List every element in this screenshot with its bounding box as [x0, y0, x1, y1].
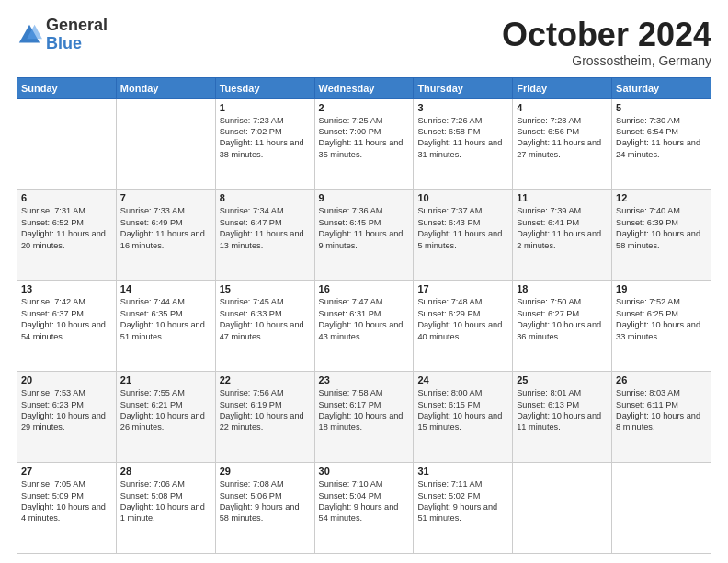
month-title: October 2024: [502, 17, 711, 53]
calendar-cell: 8Sunrise: 7:34 AMSunset: 6:47 PMDaylight…: [215, 190, 314, 281]
day-number: 5: [616, 102, 707, 113]
logo-icon: [17, 22, 42, 48]
calendar-cell: [116, 98, 215, 190]
day-info: Sunrise: 7:47 AMSunset: 6:31 PMDaylight:…: [319, 296, 410, 342]
calendar-week-1: 1Sunrise: 7:23 AMSunset: 7:02 PMDaylight…: [17, 98, 711, 190]
day-number: 18: [517, 283, 608, 294]
day-info: Sunrise: 8:00 AMSunset: 6:15 PMDaylight:…: [417, 387, 508, 433]
day-number: 2: [319, 102, 410, 113]
day-number: 16: [319, 283, 410, 294]
calendar-cell: 1Sunrise: 7:23 AMSunset: 7:02 PMDaylight…: [215, 98, 314, 190]
header-day-friday: Friday: [513, 77, 612, 98]
day-info: Sunrise: 7:44 AMSunset: 6:35 PMDaylight:…: [120, 296, 211, 342]
calendar-cell: 6Sunrise: 7:31 AMSunset: 6:52 PMDaylight…: [17, 190, 117, 281]
day-info: Sunrise: 7:39 AMSunset: 6:41 PMDaylight:…: [517, 205, 608, 251]
day-info: Sunrise: 7:52 AMSunset: 6:25 PMDaylight:…: [616, 296, 707, 342]
calendar-cell: 5Sunrise: 7:30 AMSunset: 6:54 PMDaylight…: [612, 98, 711, 190]
day-number: 14: [120, 283, 211, 294]
day-number: 8: [220, 192, 311, 203]
day-number: 9: [319, 192, 410, 203]
calendar-body: 1Sunrise: 7:23 AMSunset: 7:02 PMDaylight…: [17, 98, 711, 553]
header-row: SundayMondayTuesdayWednesdayThursdayFrid…: [17, 77, 711, 98]
day-info: Sunrise: 8:03 AMSunset: 6:11 PMDaylight:…: [616, 387, 707, 433]
subtitle: Grossostheim, Germany: [502, 53, 711, 68]
day-info: Sunrise: 7:06 AMSunset: 5:08 PMDaylight:…: [120, 478, 211, 524]
day-number: 1: [220, 102, 311, 113]
header-day-thursday: Thursday: [414, 77, 513, 98]
header: General Blue October 2024 Grossostheim, …: [17, 17, 711, 68]
day-number: 29: [220, 465, 311, 477]
calendar-week-3: 13Sunrise: 7:42 AMSunset: 6:37 PMDayligh…: [17, 281, 711, 372]
day-number: 19: [616, 283, 707, 294]
calendar-header: SundayMondayTuesdayWednesdayThursdayFrid…: [17, 77, 711, 98]
calendar-cell: 24Sunrise: 8:00 AMSunset: 6:15 PMDayligh…: [414, 372, 513, 463]
calendar-cell: 10Sunrise: 7:37 AMSunset: 6:43 PMDayligh…: [414, 190, 513, 281]
header-day-monday: Monday: [116, 77, 215, 98]
calendar-cell: 14Sunrise: 7:44 AMSunset: 6:35 PMDayligh…: [116, 281, 215, 372]
day-number: 17: [417, 283, 508, 294]
day-number: 25: [517, 374, 608, 385]
calendar-cell: 21Sunrise: 7:55 AMSunset: 6:21 PMDayligh…: [116, 372, 215, 463]
day-number: 23: [319, 374, 410, 385]
calendar-week-2: 6Sunrise: 7:31 AMSunset: 6:52 PMDaylight…: [17, 190, 711, 281]
calendar-cell: 20Sunrise: 7:53 AMSunset: 6:23 PMDayligh…: [17, 372, 117, 463]
day-info: Sunrise: 7:34 AMSunset: 6:47 PMDaylight:…: [220, 205, 311, 251]
day-number: 6: [21, 192, 112, 203]
day-number: 31: [417, 465, 508, 477]
day-number: 26: [616, 374, 707, 385]
logo: General Blue: [17, 17, 108, 53]
calendar-cell: [612, 463, 711, 554]
logo-general-text: General: [46, 17, 108, 35]
day-number: 20: [21, 374, 112, 385]
day-number: 12: [616, 192, 707, 203]
day-number: 10: [417, 192, 508, 203]
day-info: Sunrise: 7:48 AMSunset: 6:29 PMDaylight:…: [417, 296, 508, 342]
day-info: Sunrise: 7:10 AMSunset: 5:04 PMDaylight:…: [319, 478, 410, 524]
calendar-cell: 29Sunrise: 7:08 AMSunset: 5:06 PMDayligh…: [215, 463, 314, 554]
calendar-cell: 28Sunrise: 7:06 AMSunset: 5:08 PMDayligh…: [116, 463, 215, 554]
calendar-week-5: 27Sunrise: 7:05 AMSunset: 5:09 PMDayligh…: [17, 463, 711, 554]
day-number: 13: [21, 283, 112, 294]
header-day-saturday: Saturday: [612, 77, 711, 98]
header-day-tuesday: Tuesday: [215, 77, 314, 98]
day-info: Sunrise: 7:08 AMSunset: 5:06 PMDaylight:…: [220, 478, 311, 524]
day-info: Sunrise: 8:01 AMSunset: 6:13 PMDaylight:…: [517, 387, 608, 433]
day-number: 28: [120, 465, 211, 477]
day-number: 4: [517, 102, 608, 113]
calendar-cell: 11Sunrise: 7:39 AMSunset: 6:41 PMDayligh…: [513, 190, 612, 281]
calendar-cell: 31Sunrise: 7:11 AMSunset: 5:02 PMDayligh…: [414, 463, 513, 554]
calendar-cell: 17Sunrise: 7:48 AMSunset: 6:29 PMDayligh…: [414, 281, 513, 372]
day-info: Sunrise: 7:45 AMSunset: 6:33 PMDaylight:…: [220, 296, 311, 342]
day-info: Sunrise: 7:33 AMSunset: 6:49 PMDaylight:…: [120, 205, 211, 251]
calendar-cell: 16Sunrise: 7:47 AMSunset: 6:31 PMDayligh…: [314, 281, 414, 372]
calendar-cell: 27Sunrise: 7:05 AMSunset: 5:09 PMDayligh…: [17, 463, 117, 554]
calendar-cell: [17, 98, 117, 190]
calendar-cell: 30Sunrise: 7:10 AMSunset: 5:04 PMDayligh…: [314, 463, 414, 554]
calendar-cell: 26Sunrise: 8:03 AMSunset: 6:11 PMDayligh…: [612, 372, 711, 463]
day-number: 27: [21, 465, 112, 477]
calendar-cell: [513, 463, 612, 554]
day-info: Sunrise: 7:28 AMSunset: 6:56 PMDaylight:…: [517, 115, 608, 161]
calendar-cell: 2Sunrise: 7:25 AMSunset: 7:00 PMDaylight…: [314, 98, 414, 190]
day-number: 11: [517, 192, 608, 203]
day-info: Sunrise: 7:37 AMSunset: 6:43 PMDaylight:…: [417, 205, 508, 251]
day-info: Sunrise: 7:31 AMSunset: 6:52 PMDaylight:…: [21, 205, 112, 251]
calendar-cell: 18Sunrise: 7:50 AMSunset: 6:27 PMDayligh…: [513, 281, 612, 372]
day-info: Sunrise: 7:40 AMSunset: 6:39 PMDaylight:…: [616, 205, 707, 251]
day-info: Sunrise: 7:30 AMSunset: 6:54 PMDaylight:…: [616, 115, 707, 161]
day-info: Sunrise: 7:55 AMSunset: 6:21 PMDaylight:…: [120, 387, 211, 433]
calendar-week-4: 20Sunrise: 7:53 AMSunset: 6:23 PMDayligh…: [17, 372, 711, 463]
day-info: Sunrise: 7:11 AMSunset: 5:02 PMDaylight:…: [417, 478, 508, 524]
header-day-sunday: Sunday: [17, 77, 117, 98]
day-info: Sunrise: 7:26 AMSunset: 6:58 PMDaylight:…: [417, 115, 508, 161]
calendar-cell: 23Sunrise: 7:58 AMSunset: 6:17 PMDayligh…: [314, 372, 414, 463]
day-info: Sunrise: 7:42 AMSunset: 6:37 PMDaylight:…: [21, 296, 112, 342]
calendar-cell: 12Sunrise: 7:40 AMSunset: 6:39 PMDayligh…: [612, 190, 711, 281]
day-number: 22: [220, 374, 311, 385]
day-info: Sunrise: 7:05 AMSunset: 5:09 PMDaylight:…: [21, 478, 112, 524]
day-number: 7: [120, 192, 211, 203]
day-info: Sunrise: 7:50 AMSunset: 6:27 PMDaylight:…: [517, 296, 608, 342]
calendar-cell: 3Sunrise: 7:26 AMSunset: 6:58 PMDaylight…: [414, 98, 513, 190]
day-number: 24: [417, 374, 508, 385]
day-info: Sunrise: 7:58 AMSunset: 6:17 PMDaylight:…: [319, 387, 410, 433]
